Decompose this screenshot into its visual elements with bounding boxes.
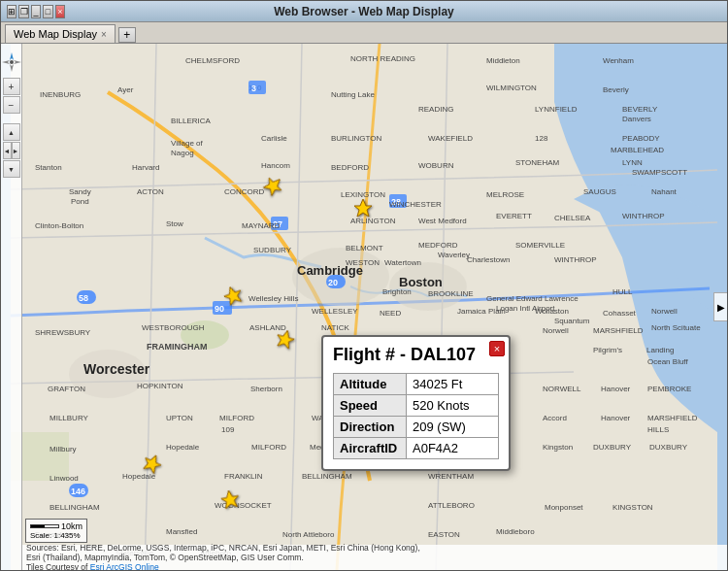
svg-text:Middleton: Middleton [486,56,520,65]
attribution-bar: Sources: Esri, HERE, DeLorme, USGS, Inte… [22,545,727,570]
svg-text:Clinton-Bolton: Clinton-Bolton [35,221,83,230]
svg-text:58: 58 [79,293,88,303]
svg-text:FRAMINGHAM: FRAMINGHAM [147,342,208,352]
scale-label: 10km [61,521,83,531]
svg-text:3: 3 [251,84,256,93]
map-container[interactable]: Worcester Cambridge Boston INENBURG CHEL… [1,44,727,570]
svg-text:BELMONT: BELMONT [346,244,383,252]
svg-text:Brighton: Brighton [382,287,412,296]
zoom-out-btn[interactable]: − [3,96,20,114]
tab-close-btn[interactable]: × [101,29,107,40]
svg-text:WILMINGTON: WILMINGTON [486,84,537,92]
table-row: AircraftID A0F4A2 [334,438,499,459]
table-row: Altitude 34025 Ft [334,374,499,395]
aircraft-icon-2[interactable] [352,197,374,222]
svg-text:Danvers: Danvers [622,115,651,123]
svg-text:SUDBURY: SUDBURY [253,246,292,254]
svg-marker-154 [221,284,244,306]
svg-text:Norwell: Norwell [651,307,678,316]
svg-text:Jamaica Plain: Jamaica Plain [457,307,506,316]
speed-value: 520 Knots [407,395,499,417]
flight-info-table: Altitude 34025 Ft Speed 520 Knots Direct… [333,373,499,459]
new-tab-btn[interactable]: + [118,27,136,43]
svg-text:HOPKINTON: HOPKINTON [137,382,183,390]
popup-close-btn[interactable]: × [489,341,505,356]
table-row: Direction 209 (SW) [334,417,499,438]
svg-marker-152 [261,173,285,197]
pan-right-btn[interactable]: ► [12,142,20,159]
tab-label: Web Map Display [14,28,97,40]
svg-text:WAKEFIELD: WAKEFIELD [428,134,473,143]
svg-text:Norwell: Norwell [543,326,569,335]
svg-text:READING: READING [418,105,453,114]
svg-text:Watertown: Watertown [384,258,421,267]
aircraftid-label: AircraftID [334,438,407,459]
svg-marker-155 [275,328,296,350]
svg-text:PEMBROKE: PEMBROKE [647,385,691,393]
svg-text:WINCHESTER: WINCHESTER [389,200,442,209]
svg-text:Wollaston: Wollaston [535,307,569,316]
svg-text:Accord: Accord [543,414,567,422]
svg-text:Pond: Pond [71,197,89,206]
svg-text:CHELMSFORD: CHELMSFORD [185,56,240,65]
close-btn[interactable]: × [55,5,65,18]
pan-left-btn[interactable]: ◄ [3,142,12,159]
svg-text:128: 128 [535,134,548,143]
maximize-btn[interactable]: □ [43,5,52,18]
svg-text:MELROSE: MELROSE [486,190,524,199]
svg-text:BURLINGTON: BURLINGTON [331,134,382,143]
svg-text:WRENTHAM: WRENTHAM [428,472,474,481]
minimize-btn[interactable]: _ [31,5,41,18]
svg-marker-148 [10,64,14,72]
svg-text:146: 146 [71,487,85,496]
svg-text:BROOKLINE: BROOKLINE [428,289,474,298]
scale-bar: 10km Scale: 1:435% [25,519,87,543]
aircraft-icon-6[interactable] [219,488,241,514]
svg-point-151 [10,60,14,64]
svg-text:Nagog: Nagog [171,149,194,157]
svg-text:Stanton: Stanton [35,163,62,172]
svg-text:BEVERLY: BEVERLY [622,105,658,114]
restore-btn[interactable]: ❐ [18,5,28,18]
svg-text:INENBURG: INENBURG [40,90,81,99]
svg-marker-147 [10,52,14,60]
svg-text:HULL: HULL [612,287,633,296]
tab-bar: Web Map Display × + [1,22,727,44]
svg-text:NEED: NEED [380,309,401,318]
aircraft-icon-3[interactable] [222,285,244,310]
svg-text:SHREWSBURY: SHREWSBURY [35,328,91,337]
aircraft-icon-4[interactable] [275,328,296,353]
svg-text:WOBURN: WOBURN [418,161,454,170]
svg-text:PEABODY: PEABODY [622,134,660,143]
aircraft-icon-1[interactable] [263,175,284,200]
svg-marker-153 [354,199,372,217]
svg-text:Beverly: Beverly [603,85,629,94]
attribution-line3: Tiles Courtesy of Esri ArcGIS Online [26,562,723,570]
svg-marker-156 [141,452,164,475]
pan-down-btn[interactable]: ▼ [3,160,20,178]
svg-text:Hancom: Hancom [261,161,290,170]
attribution-link[interactable]: Esri ArcGIS Online [90,562,159,570]
compass-rose-icon [1,50,23,74]
svg-text:Village of: Village of [171,139,204,148]
svg-text:WINTHROP: WINTHROP [554,255,597,264]
aircraft-icon-5[interactable] [142,453,163,478]
svg-text:DUXBURY: DUXBURY [649,443,688,452]
svg-text:ATTLEBORO: ATTLEBORO [428,501,475,510]
attribution-line1: Sources: Esri, HERE, DeLorme, USGS, Inte… [26,543,723,553]
svg-text:Hanover: Hanover [601,414,631,422]
altitude-label: Altitude [334,374,407,395]
pan-up-btn[interactable]: ▲ [3,123,20,141]
altitude-value: 34025 Ft [407,374,499,395]
svg-text:NORTH READING: NORTH READING [350,54,415,63]
svg-text:WINTHROP: WINTHROP [622,212,665,220]
svg-text:West Medford: West Medford [418,217,467,225]
svg-marker-150 [14,60,21,64]
tab-web-map[interactable]: Web Map Display × [5,24,116,43]
flight-popup: × Flight # - DAL107 Altitude 34025 Ft Sp… [321,335,511,471]
zoom-in-btn[interactable]: + [3,78,20,95]
scroll-right-btn[interactable]: ▶ [713,292,727,321]
svg-text:Nahant: Nahant [651,187,678,196]
svg-text:Nutting Lake: Nutting Lake [331,90,375,99]
grid-view-btn[interactable]: ⊞ [7,5,17,18]
